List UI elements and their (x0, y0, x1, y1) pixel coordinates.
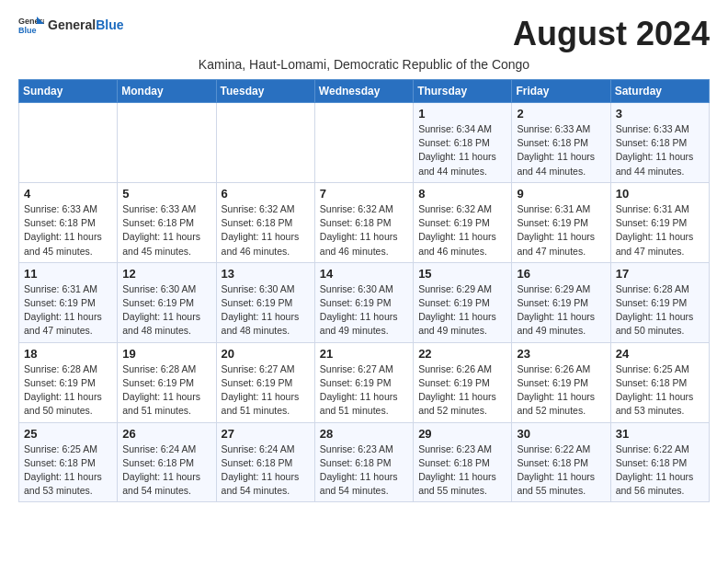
day-info: Sunrise: 6:31 AM Sunset: 6:19 PM Dayligh… (616, 202, 704, 259)
day-info: Sunrise: 6:22 AM Sunset: 6:18 PM Dayligh… (517, 442, 605, 499)
day-number: 16 (517, 267, 605, 281)
calendar-cell: 14Sunrise: 6:30 AM Sunset: 6:19 PM Dayli… (314, 262, 413, 342)
day-number: 28 (320, 427, 408, 441)
calendar-cell: 29Sunrise: 6:23 AM Sunset: 6:18 PM Dayli… (414, 422, 512, 502)
day-info: Sunrise: 6:33 AM Sunset: 6:18 PM Dayligh… (122, 202, 210, 259)
calendar-cell: 22Sunrise: 6:26 AM Sunset: 6:19 PM Dayli… (414, 342, 512, 422)
day-number: 23 (517, 347, 605, 361)
day-number: 6 (222, 187, 310, 201)
calendar-header-row: SundayMondayTuesdayWednesdayThursdayFrid… (19, 80, 710, 103)
day-info: Sunrise: 6:25 AM Sunset: 6:18 PM Dayligh… (24, 442, 112, 499)
calendar-cell: 5Sunrise: 6:33 AM Sunset: 6:18 PM Daylig… (118, 182, 216, 262)
day-number: 29 (418, 427, 506, 441)
day-header-tuesday: Tuesday (216, 80, 314, 103)
day-info: Sunrise: 6:30 AM Sunset: 6:19 PM Dayligh… (222, 282, 310, 339)
logo-general: General (48, 17, 96, 32)
day-number: 24 (616, 347, 704, 361)
day-number: 2 (517, 107, 605, 121)
calendar-cell: 1Sunrise: 6:34 AM Sunset: 6:18 PM Daylig… (414, 103, 512, 183)
day-number: 12 (122, 267, 210, 281)
calendar-cell (314, 103, 413, 183)
calendar-cell: 10Sunrise: 6:31 AM Sunset: 6:19 PM Dayli… (610, 182, 709, 262)
day-header-sunday: Sunday (19, 80, 118, 103)
day-info: Sunrise: 6:22 AM Sunset: 6:18 PM Dayligh… (616, 442, 704, 499)
day-number: 21 (320, 347, 408, 361)
calendar-cell: 11Sunrise: 6:31 AM Sunset: 6:19 PM Dayli… (19, 262, 118, 342)
day-header-saturday: Saturday (610, 80, 709, 103)
day-info: Sunrise: 6:25 AM Sunset: 6:18 PM Dayligh… (616, 362, 704, 419)
day-info: Sunrise: 6:32 AM Sunset: 6:18 PM Dayligh… (222, 202, 310, 259)
calendar-cell (216, 103, 314, 183)
calendar-cell: 21Sunrise: 6:27 AM Sunset: 6:19 PM Dayli… (314, 342, 413, 422)
day-number: 11 (24, 267, 112, 281)
calendar-cell: 8Sunrise: 6:32 AM Sunset: 6:19 PM Daylig… (414, 182, 512, 262)
day-header-monday: Monday (118, 80, 216, 103)
day-number: 10 (616, 187, 704, 201)
day-info: Sunrise: 6:26 AM Sunset: 6:19 PM Dayligh… (517, 362, 605, 419)
day-info: Sunrise: 6:24 AM Sunset: 6:18 PM Dayligh… (222, 442, 310, 499)
day-number: 7 (320, 187, 408, 201)
day-number: 20 (222, 347, 310, 361)
calendar-cell: 3Sunrise: 6:33 AM Sunset: 6:18 PM Daylig… (610, 103, 709, 183)
calendar-cell: 2Sunrise: 6:33 AM Sunset: 6:18 PM Daylig… (512, 103, 610, 183)
day-header-thursday: Thursday (414, 80, 512, 103)
day-header-wednesday: Wednesday (314, 80, 413, 103)
day-info: Sunrise: 6:29 AM Sunset: 6:19 PM Dayligh… (418, 282, 506, 339)
day-number: 31 (616, 427, 704, 441)
calendar-week-row: 4Sunrise: 6:33 AM Sunset: 6:18 PM Daylig… (19, 182, 710, 262)
day-number: 30 (517, 427, 605, 441)
day-info: Sunrise: 6:27 AM Sunset: 6:19 PM Dayligh… (320, 362, 408, 419)
day-info: Sunrise: 6:28 AM Sunset: 6:19 PM Dayligh… (24, 362, 112, 419)
day-number: 4 (24, 187, 112, 201)
calendar-cell: 25Sunrise: 6:25 AM Sunset: 6:18 PM Dayli… (19, 422, 118, 502)
calendar-cell: 9Sunrise: 6:31 AM Sunset: 6:19 PM Daylig… (512, 182, 610, 262)
calendar-cell: 17Sunrise: 6:28 AM Sunset: 6:19 PM Dayli… (610, 262, 709, 342)
day-number: 1 (418, 107, 506, 121)
logo-blue: Blue (96, 17, 123, 32)
day-number: 13 (222, 267, 310, 281)
day-number: 19 (122, 347, 210, 361)
day-number: 27 (222, 427, 310, 441)
calendar-week-row: 18Sunrise: 6:28 AM Sunset: 6:19 PM Dayli… (19, 342, 710, 422)
day-info: Sunrise: 6:31 AM Sunset: 6:19 PM Dayligh… (24, 282, 112, 339)
day-info: Sunrise: 6:28 AM Sunset: 6:19 PM Dayligh… (122, 362, 210, 419)
day-info: Sunrise: 6:32 AM Sunset: 6:19 PM Dayligh… (418, 202, 506, 259)
calendar-cell: 19Sunrise: 6:28 AM Sunset: 6:19 PM Dayli… (118, 342, 216, 422)
day-info: Sunrise: 6:24 AM Sunset: 6:18 PM Dayligh… (122, 442, 210, 499)
calendar-cell: 27Sunrise: 6:24 AM Sunset: 6:18 PM Dayli… (216, 422, 314, 502)
day-info: Sunrise: 6:34 AM Sunset: 6:18 PM Dayligh… (418, 122, 506, 178)
day-info: Sunrise: 6:29 AM Sunset: 6:19 PM Dayligh… (517, 282, 605, 339)
day-number: 14 (320, 267, 408, 281)
calendar-cell: 23Sunrise: 6:26 AM Sunset: 6:19 PM Dayli… (512, 342, 610, 422)
day-number: 3 (616, 107, 704, 121)
day-number: 15 (418, 267, 506, 281)
day-number: 18 (24, 347, 112, 361)
day-number: 9 (517, 187, 605, 201)
calendar-cell: 31Sunrise: 6:22 AM Sunset: 6:18 PM Dayli… (610, 422, 709, 502)
calendar-week-row: 11Sunrise: 6:31 AM Sunset: 6:19 PM Dayli… (19, 262, 710, 342)
day-info: Sunrise: 6:30 AM Sunset: 6:19 PM Dayligh… (320, 282, 408, 339)
calendar-cell: 18Sunrise: 6:28 AM Sunset: 6:19 PM Dayli… (19, 342, 118, 422)
day-number: 22 (418, 347, 506, 361)
day-number: 17 (616, 267, 704, 281)
day-number: 25 (24, 427, 112, 441)
page-header: General Blue GeneralBlue August 2024 (18, 15, 710, 53)
day-info: Sunrise: 6:33 AM Sunset: 6:18 PM Dayligh… (517, 122, 605, 178)
calendar-cell: 4Sunrise: 6:33 AM Sunset: 6:18 PM Daylig… (19, 182, 118, 262)
day-info: Sunrise: 6:32 AM Sunset: 6:18 PM Dayligh… (320, 202, 408, 259)
calendar-cell (118, 103, 216, 183)
svg-text:Blue: Blue (18, 26, 37, 35)
calendar-cell (19, 103, 118, 183)
calendar-cell: 28Sunrise: 6:23 AM Sunset: 6:18 PM Dayli… (314, 422, 413, 502)
day-info: Sunrise: 6:31 AM Sunset: 6:19 PM Dayligh… (517, 202, 605, 259)
logo-icon: General Blue (18, 15, 44, 35)
calendar-cell: 6Sunrise: 6:32 AM Sunset: 6:18 PM Daylig… (216, 182, 314, 262)
page-subtitle: Kamina, Haut-Lomami, Democratic Republic… (18, 57, 710, 72)
day-number: 8 (418, 187, 506, 201)
day-number: 5 (122, 187, 210, 201)
calendar-cell: 30Sunrise: 6:22 AM Sunset: 6:18 PM Dayli… (512, 422, 610, 502)
day-info: Sunrise: 6:27 AM Sunset: 6:19 PM Dayligh… (222, 362, 310, 419)
calendar-cell: 13Sunrise: 6:30 AM Sunset: 6:19 PM Dayli… (216, 262, 314, 342)
calendar-cell: 16Sunrise: 6:29 AM Sunset: 6:19 PM Dayli… (512, 262, 610, 342)
day-info: Sunrise: 6:23 AM Sunset: 6:18 PM Dayligh… (320, 442, 408, 499)
